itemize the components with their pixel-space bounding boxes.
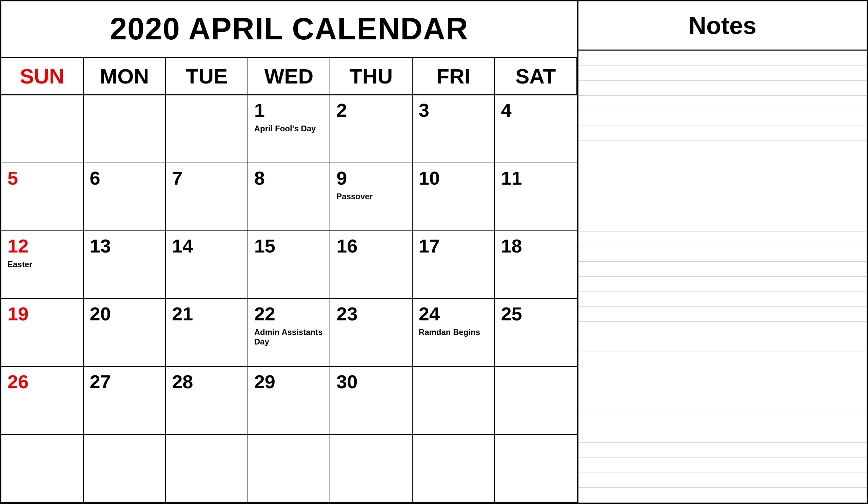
day-cell: 23 bbox=[330, 299, 413, 367]
notes-line bbox=[578, 488, 867, 503]
notes-line bbox=[578, 126, 867, 141]
day-number: 24 bbox=[419, 304, 488, 323]
notes-line bbox=[578, 322, 867, 337]
notes-line bbox=[578, 397, 867, 412]
day-number: 29 bbox=[254, 372, 324, 391]
day-number: 30 bbox=[336, 372, 406, 391]
notes-lines bbox=[578, 51, 867, 503]
day-event: Passover bbox=[336, 192, 406, 201]
notes-line bbox=[578, 186, 867, 201]
day-cell: 5 bbox=[1, 163, 84, 231]
calendar-title: 2020 APRIL CALENDAR bbox=[1, 1, 577, 58]
day-cell bbox=[84, 95, 166, 163]
notes-line bbox=[578, 427, 867, 442]
day-number: 1 bbox=[254, 101, 324, 120]
day-cell: 8 bbox=[248, 163, 331, 231]
notes-line bbox=[578, 65, 867, 80]
notes-line bbox=[578, 201, 867, 216]
day-number: 13 bbox=[90, 236, 159, 255]
day-cell: 3 bbox=[413, 95, 495, 163]
day-cell: 27 bbox=[84, 367, 166, 435]
day-number: 11 bbox=[501, 169, 571, 188]
day-number: 21 bbox=[172, 304, 241, 323]
day-number: 20 bbox=[90, 304, 159, 323]
day-cell: 2 bbox=[330, 95, 413, 163]
day-event: Ramdan Begins bbox=[419, 327, 488, 337]
day-header-mon: MON bbox=[84, 58, 166, 95]
day-cell: 12Easter bbox=[1, 231, 84, 299]
day-header-fri: FRI bbox=[413, 58, 495, 95]
day-number: 27 bbox=[90, 372, 159, 391]
day-cell bbox=[84, 435, 166, 503]
day-cell: 11 bbox=[495, 163, 577, 231]
day-cell: 15 bbox=[248, 231, 331, 299]
day-cell: 16 bbox=[330, 231, 413, 299]
day-cell bbox=[330, 435, 413, 503]
day-cell: 26 bbox=[1, 367, 84, 435]
day-cell bbox=[413, 367, 495, 435]
day-number: 14 bbox=[172, 236, 241, 255]
day-number: 4 bbox=[501, 101, 571, 120]
day-number: 8 bbox=[254, 169, 324, 188]
day-event: Admin Assistants Day bbox=[254, 327, 324, 346]
day-number: 25 bbox=[501, 304, 571, 323]
notes-line bbox=[578, 337, 867, 352]
calendar-wrapper: 2020 APRIL CALENDAR SUNMONTUEWEDTHUFRISA… bbox=[0, 0, 868, 504]
day-cell bbox=[495, 435, 577, 503]
day-header-wed: WED bbox=[248, 58, 331, 95]
day-cell: 18 bbox=[495, 231, 577, 299]
day-number: 22 bbox=[254, 304, 324, 323]
day-cell bbox=[495, 367, 577, 435]
notes-line bbox=[578, 307, 867, 322]
day-number: 12 bbox=[8, 236, 77, 255]
day-number: 10 bbox=[419, 169, 488, 188]
day-cell bbox=[1, 95, 84, 163]
day-header-sat: SAT bbox=[495, 58, 577, 95]
notes-line bbox=[578, 171, 867, 186]
notes-line bbox=[578, 472, 867, 487]
day-cell: 6 bbox=[84, 163, 166, 231]
day-number: 9 bbox=[336, 169, 406, 188]
day-cell: 9Passover bbox=[330, 163, 413, 231]
day-cell bbox=[166, 95, 248, 163]
notes-line bbox=[578, 382, 867, 397]
day-number: 3 bbox=[419, 101, 488, 120]
notes-line bbox=[578, 443, 867, 457]
day-number: 23 bbox=[336, 304, 406, 323]
calendar-grid: SUNMONTUEWEDTHUFRISAT1April Fool's Day23… bbox=[1, 58, 577, 503]
day-number: 7 bbox=[172, 169, 241, 188]
notes-line bbox=[578, 51, 867, 65]
day-cell bbox=[1, 435, 84, 503]
day-cell bbox=[413, 435, 495, 503]
day-event: Easter bbox=[8, 260, 77, 269]
day-header-tue: TUE bbox=[166, 58, 248, 95]
day-cell: 7 bbox=[166, 163, 248, 231]
day-cell: 17 bbox=[413, 231, 495, 299]
notes-line bbox=[578, 81, 867, 96]
day-header-thu: THU bbox=[330, 58, 413, 95]
day-cell bbox=[248, 435, 331, 503]
day-cell: 20 bbox=[84, 299, 166, 367]
day-cell: 19 bbox=[1, 299, 84, 367]
day-header-sun: SUN bbox=[1, 58, 84, 95]
day-cell bbox=[166, 435, 248, 503]
day-cell: 13 bbox=[84, 231, 166, 299]
day-number: 15 bbox=[254, 236, 324, 255]
notes-line bbox=[578, 156, 867, 171]
notes-line bbox=[578, 111, 867, 126]
day-number: 17 bbox=[419, 236, 488, 255]
day-number: 16 bbox=[336, 236, 406, 255]
notes-line bbox=[578, 141, 867, 156]
notes-line bbox=[578, 292, 867, 307]
notes-line bbox=[578, 246, 867, 261]
day-number: 5 bbox=[8, 169, 77, 188]
day-cell: 14 bbox=[166, 231, 248, 299]
day-cell: 24Ramdan Begins bbox=[413, 299, 495, 367]
calendar-main: 2020 APRIL CALENDAR SUNMONTUEWEDTHUFRISA… bbox=[1, 1, 578, 503]
notes-line bbox=[578, 96, 867, 111]
notes-line bbox=[578, 367, 867, 382]
day-cell: 4 bbox=[495, 95, 577, 163]
day-number: 6 bbox=[90, 169, 159, 188]
notes-line bbox=[578, 352, 867, 367]
day-cell: 29 bbox=[248, 367, 331, 435]
